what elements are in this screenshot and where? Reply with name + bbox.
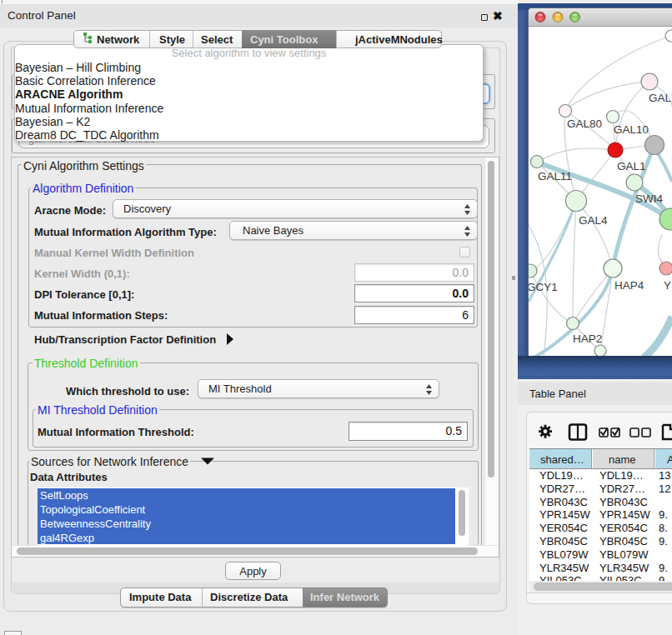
svg-text:GAL1: GAL1 — [617, 160, 646, 172]
svg-text:HAP2: HAP2 — [573, 332, 602, 345]
svg-text:GAL11: GAL11 — [538, 170, 572, 182]
svg-text:GCY1: GCY1 — [529, 281, 558, 293]
svg-text:GAL10: GAL10 — [614, 123, 649, 136]
svg-text:Y: Y — [664, 279, 671, 292]
svg-text:SWI4: SWI4 — [635, 192, 663, 205]
svg-text:HAP4: HAP4 — [614, 279, 644, 292]
svg-text:GAL80: GAL80 — [567, 118, 602, 130]
svg-text:GAL7: GAL7 — [649, 92, 672, 104]
svg-text:GAL4: GAL4 — [579, 214, 608, 227]
